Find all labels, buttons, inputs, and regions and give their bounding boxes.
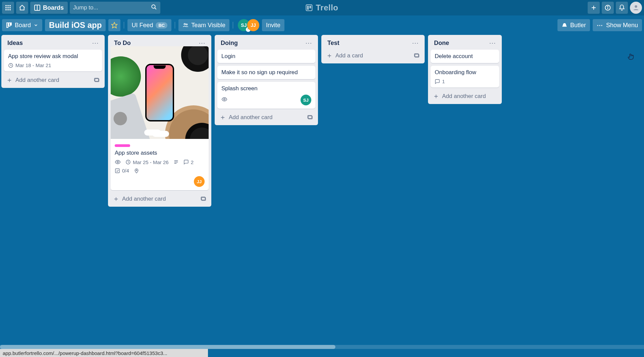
add-card-button[interactable]: ＋ Add another card [6,75,94,85]
list-title[interactable]: Done [434,40,489,47]
search-input[interactable] [73,4,157,11]
card-template-button[interactable] [94,77,100,83]
svg-rect-19 [7,23,8,28]
scrollbar-thumb[interactable] [0,345,335,349]
card-template-button[interactable] [307,114,313,120]
list-menu-button[interactable]: ⋯ [199,39,206,47]
boards-label: Boards [43,4,64,11]
trello-logo-icon [306,4,312,11]
list-menu-button[interactable]: ⋯ [92,39,99,47]
svg-point-35 [136,170,137,171]
list-done: Done ⋯ Delete account Onboarding flow 1 … [428,35,502,104]
create-button[interactable] [588,2,600,14]
comments-badge: 2 [183,159,194,165]
butler-icon [561,22,568,28]
svg-rect-25 [562,26,567,27]
add-card-button[interactable]: ＋ Add another card [113,194,201,203]
boards-button[interactable]: Boards [30,2,68,14]
plus-icon [591,5,597,11]
card[interactable]: App store assets Mar 25 - Mar 26 2 [111,50,209,190]
add-card-button[interactable]: ＋ Add another card [219,113,307,122]
svg-point-5 [9,7,11,8]
eye-icon [115,159,121,165]
view-switcher[interactable]: Board [2,19,42,31]
list-menu-button[interactable]: ⋯ [305,39,313,47]
svg-rect-21 [11,23,11,25]
eye-icon [221,96,227,102]
uifeed-pill: BC [156,22,167,29]
card-template-button[interactable] [201,196,207,202]
star-button[interactable] [108,19,120,31]
add-card-label: Add another card [15,77,59,84]
watch-badge [115,159,121,165]
due-date-badge: Mar 25 - Mar 26 [125,159,169,165]
uifeed-button[interactable]: UI Feed BC [127,19,171,31]
svg-point-2 [9,5,11,6]
card-label-pink[interactable] [115,144,130,147]
status-bar: app.butlerfortrello.com/.../powerup-dash… [0,349,208,357]
board-canvas[interactable]: Ideas ⋯ App store review ask modal Mar 1… [0,35,644,349]
view-label: Board [15,22,31,29]
list-doing: Doing ⋯ Login Make it so no sign up requ… [215,35,318,125]
notifications-button[interactable] [616,2,628,14]
list-title[interactable]: To Do [114,40,199,47]
watch-badge [221,96,227,104]
card[interactable]: Delete account [431,50,499,63]
card[interactable]: App store review ask modal Mar 18 - Mar … [4,50,102,71]
show-menu-button[interactable]: ⋯ Show Menu [593,19,642,31]
visibility-button[interactable]: Team Visible [178,19,229,31]
location-icon [134,168,139,173]
card-member-jj[interactable]: JJ [194,176,205,187]
card[interactable]: Login [217,50,315,63]
search-box[interactable] [70,2,160,14]
list-title[interactable]: Test [327,40,412,47]
add-card-label: Add another card [122,196,166,202]
invite-button[interactable]: Invite [262,19,284,31]
list-title[interactable]: Ideas [7,40,92,47]
home-button[interactable] [16,2,28,14]
svg-marker-22 [112,22,117,28]
account-button[interactable] [630,2,642,14]
horizontal-scrollbar[interactable] [0,345,644,349]
card[interactable]: Onboarding flow 1 [431,66,499,88]
card[interactable]: Make it so no sign up required [217,66,315,79]
member-chip-jj[interactable]: JJ [247,19,259,31]
info-button[interactable] [602,2,614,14]
svg-point-7 [7,9,9,10]
board-title[interactable]: Build iOS app [45,19,106,31]
plus-icon: ＋ [219,113,226,122]
butler-button[interactable]: Butler [557,19,590,31]
card-title: Make it so no sign up required [221,69,311,76]
board-members[interactable]: SJ⌃ JJ [236,19,259,31]
card-template-button[interactable] [414,53,420,59]
uifeed-label: UI Feed [131,22,153,29]
plus-icon: ＋ [326,51,333,60]
top-nav: Boards Trello [0,0,644,15]
svg-point-23 [184,23,186,25]
description-icon [173,159,179,165]
list-todo: To Do ⋯ App store assets Mar 25 - Mar 26 [108,35,211,207]
board-bar: Board Build iOS app UI Feed BC Team Visi… [0,15,644,35]
svg-point-17 [607,6,608,7]
search-icon [151,4,157,12]
list-test: Test ⋯ ＋ Add a card [321,35,425,63]
svg-point-29 [117,161,119,163]
card-title: App store assets [115,150,205,156]
list-menu-button[interactable]: ⋯ [489,39,496,47]
add-card-label: Add another card [442,93,486,100]
plus-icon: ＋ [113,194,119,203]
card-member-sj[interactable]: SJ [301,95,311,105]
add-card-button[interactable]: ＋ Add a card [326,51,414,60]
brand: Trello [306,3,338,12]
add-card-label: Add a card [335,52,363,59]
checklist-icon [115,168,120,173]
card[interactable]: Splash screen SJ [217,82,315,109]
card-title: Splash screen [221,85,311,92]
apps-button[interactable] [2,2,14,14]
invite-label: Invite [266,22,280,29]
separator [124,22,124,29]
comment-icon [183,159,189,165]
add-card-button[interactable]: ＋ Add another card [433,92,497,101]
list-title[interactable]: Doing [221,40,305,47]
list-menu-button[interactable]: ⋯ [412,39,419,47]
